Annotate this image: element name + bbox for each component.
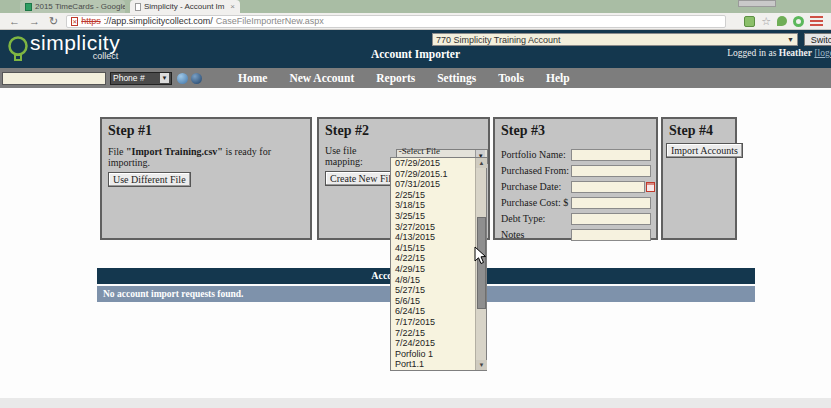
debt-type-field[interactable]	[571, 213, 651, 225]
purchase-date-label: Purchase Date:	[495, 181, 571, 192]
dropdown-option[interactable]: 5/27/15	[391, 285, 476, 296]
window-controls[interactable]	[738, 0, 776, 7]
logged-in-status: Logged in as Heather [logout]	[727, 48, 831, 58]
purchase-date-field[interactable]	[571, 181, 645, 193]
extension-area: ☆	[744, 15, 831, 28]
purchased-from-field[interactable]	[571, 165, 651, 177]
dropdown-option[interactable]: 07/29/2015	[391, 158, 476, 169]
file-mapping-dropdown-list: 07/29/2015 07/29/2015.1 07/31/2015 2/25/…	[390, 157, 487, 371]
ssl-error-icon[interactable]: ✕	[71, 17, 78, 26]
scroll-up-icon[interactable]: ▲	[476, 158, 487, 168]
extension-icon[interactable]	[744, 16, 755, 27]
account-select-value: 770 Simplicity Training Account	[436, 35, 561, 45]
calendar-icon[interactable]	[646, 182, 655, 192]
notes-label: Notes	[495, 229, 571, 240]
chevron-down-icon: ▼	[160, 73, 169, 83]
logged-in-user: Heather	[779, 48, 812, 58]
page-bottom-strip	[0, 398, 831, 408]
mouse-cursor	[474, 246, 487, 265]
nav-item-home[interactable]: Home	[238, 72, 267, 84]
dropdown-option[interactable]: 4/15/15	[391, 243, 476, 254]
page-title: Account Importer	[0, 48, 831, 60]
search-type-select[interactable]: Phone # ▼	[110, 72, 172, 85]
use-different-file-button[interactable]: Use Different File	[108, 172, 191, 187]
dropdown-option[interactable]: 3/25/15	[391, 211, 476, 222]
tab-title: Simplicity - Account Im	[144, 2, 224, 11]
url-scheme: https	[81, 16, 101, 26]
browser-tab-strip: 2015 TimeCards - Google × Simplicity - A…	[0, 0, 831, 13]
browser-tab-simplicity[interactable]: Simplicity - Account Im ×	[130, 0, 240, 13]
step4-panel: Step #4 Import Accounts	[661, 117, 737, 240]
dropdown-option[interactable]: 07/31/2015	[391, 179, 476, 190]
notes-field[interactable]	[571, 229, 651, 241]
debt-type-label: Debt Type:	[495, 213, 571, 224]
dropdown-option[interactable]: 4/13/2015	[391, 232, 476, 243]
step4-title: Step #4	[663, 119, 735, 139]
circle-extension-icon[interactable]	[793, 16, 804, 27]
scroll-down-icon[interactable]: ▼	[476, 360, 487, 370]
step2-title: Step #2	[319, 119, 488, 139]
dropdown-option[interactable]: 7/22/15	[391, 328, 476, 339]
dropdown-option[interactable]: 6/24/15	[391, 306, 476, 317]
address-bar[interactable]: ✕ https://app.simplicitycollect.com/Case…	[66, 15, 726, 28]
tab-close-icon[interactable]: ×	[230, 2, 235, 11]
step3-title: Step #3	[495, 119, 656, 139]
dropdown-option[interactable]: 7/24/2015	[391, 338, 476, 349]
logout-link[interactable]: [logout]	[814, 48, 831, 58]
forward-icon[interactable]: →	[29, 14, 40, 29]
dropdown-option[interactable]: Port1.1	[391, 359, 476, 370]
dropdown-option[interactable]: 2/25/15	[391, 190, 476, 201]
nav-item-tools[interactable]: Tools	[498, 72, 524, 84]
chevron-down-icon: ▼	[787, 36, 794, 43]
main-nav-bar: Phone # ▼ Home New Account Reports Setti…	[0, 68, 831, 88]
chrome-menu-icon[interactable]	[810, 16, 823, 18]
dropdown-option[interactable]: Porfolio 1	[391, 349, 476, 360]
app-header: simplicity collect Account Importer 770 …	[0, 30, 831, 68]
chat-extension-icon[interactable]	[777, 16, 787, 26]
step1-title: Step #1	[102, 119, 310, 139]
switch-account-button[interactable]: Switch	[804, 33, 831, 46]
sheets-favicon-icon	[25, 3, 32, 11]
portfolio-name-label: Portfolio Name:	[495, 149, 571, 160]
dropdown-option[interactable]: 4/22/15	[391, 253, 476, 264]
tab-title: 2015 TimeCards - Google	[35, 2, 125, 11]
step3-panel: Step #3 Portfolio Name: Purchased From: …	[493, 117, 658, 240]
account-select[interactable]: 770 Simplicity Training Account ▼	[432, 33, 798, 46]
browser-url-bar: ← → ↻ ✕ https://app.simplicitycollect.co…	[0, 13, 831, 30]
nav-item-help[interactable]: Help	[546, 72, 570, 84]
nav-item-new-account[interactable]: New Account	[289, 72, 354, 84]
step1-panel: Step #1 File "Import Training.csv" is re…	[100, 117, 312, 240]
dropdown-option[interactable]: 3/27/2015	[391, 222, 476, 233]
search-type-value: Phone #	[113, 73, 145, 83]
purchased-from-label: Purchased From:	[495, 165, 571, 176]
browser-tab-timecards[interactable]: 2015 TimeCards - Google ×	[20, 0, 125, 13]
purchase-cost-label: Purchase Cost: $	[495, 197, 571, 208]
search-icon[interactable]	[177, 73, 188, 84]
nav-item-settings[interactable]: Settings	[437, 72, 476, 84]
nav-item-reports[interactable]: Reports	[376, 72, 415, 84]
quick-search-input[interactable]	[2, 72, 106, 85]
advanced-search-icon[interactable]	[191, 73, 202, 84]
dropdown-option[interactable]: 5/6/15	[391, 296, 476, 307]
url-path: CaseFileImporterNew.aspx	[216, 16, 324, 26]
file-mapping-label: Use file mapping:	[319, 145, 393, 167]
url-host: ://app.simplicitycollect.com/	[104, 16, 213, 26]
portfolio-name-field[interactable]	[571, 149, 651, 161]
dropdown-option[interactable]: 7/17/2015	[391, 317, 476, 328]
dropdown-option[interactable]: 4/29/15	[391, 264, 476, 275]
back-icon[interactable]: ←	[9, 14, 20, 29]
bookmark-star-icon[interactable]: ☆	[761, 15, 771, 28]
dropdown-option[interactable]: 3/18/15	[391, 200, 476, 211]
import-file-name: "Import Training.csv"	[126, 146, 223, 157]
step1-file-status: File "Import Training.csv" is ready for …	[102, 139, 310, 168]
page-favicon-icon	[135, 3, 141, 11]
dropdown-option[interactable]: 07/29/2015.1	[391, 169, 476, 180]
reload-icon[interactable]: ↻	[49, 14, 58, 29]
purchase-cost-field[interactable]	[571, 197, 651, 209]
dropdown-option[interactable]: 4/8/15	[391, 275, 476, 286]
import-accounts-button[interactable]: Import Accounts	[666, 143, 743, 158]
